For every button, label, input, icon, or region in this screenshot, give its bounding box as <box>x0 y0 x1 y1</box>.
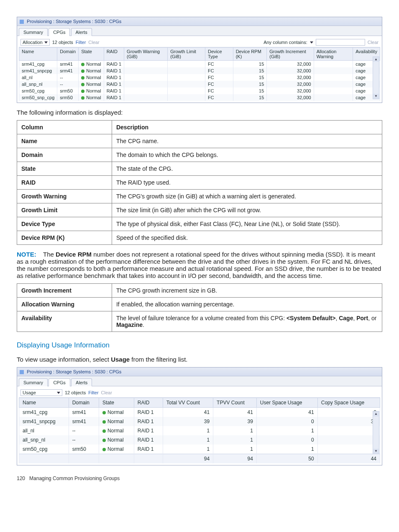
table-row[interactable]: all_snp_nl--NormalRAID 11101 <box>19 435 380 445</box>
def-name: Growth Warning <box>17 190 112 203</box>
col-name[interactable]: Name <box>19 48 57 61</box>
chevron-down-icon <box>44 41 48 44</box>
search-input[interactable] <box>316 39 365 46</box>
tab-alerts[interactable]: Alerts <box>71 28 92 36</box>
definition-row: Device TypeThe type of physical disk, ei… <box>17 217 382 231</box>
def-desc: The RAID type used. <box>112 176 382 190</box>
cell-total-vv: 1 <box>163 445 213 454</box>
tab-strip: Summary CPGs Alerts <box>17 26 382 36</box>
col-domain[interactable]: Domain <box>57 48 79 61</box>
cell-raid: RAID 1 <box>134 408 163 417</box>
cell-raid: RAID 1 <box>134 426 163 435</box>
col-copy-space[interactable]: Copy Space Usage <box>317 398 380 408</box>
table-row[interactable]: srm41_cpgsrm41NormalRAID 14141410 <box>19 408 380 417</box>
cell-name: srm50_cpg <box>19 445 69 454</box>
col-name[interactable]: Name <box>19 398 69 408</box>
cell-growth-warning <box>124 94 168 101</box>
view-dropdown[interactable]: Allocation <box>20 39 50 46</box>
col-allocation-warning[interactable]: Allocation Warning <box>314 48 353 61</box>
cell-domain: srm50 <box>69 445 99 454</box>
scroll-up-icon[interactable]: ▲ <box>373 57 379 62</box>
table-row[interactable]: srm41_snpcpgsrm41NormalRAID 1FC1532,000c… <box>19 67 380 74</box>
cell-domain: -- <box>69 426 99 435</box>
toolbar: Usage 12 objects Filter Clear <box>19 388 380 398</box>
total-csu: 44 <box>317 454 380 464</box>
cell-rpm: 15 <box>233 61 267 68</box>
cell-rpm: 15 <box>233 94 267 101</box>
status-dot-icon <box>81 76 84 80</box>
totals-row: 94 94 50 44 <box>19 454 380 464</box>
col-state[interactable]: State <box>99 398 134 408</box>
col-raid[interactable]: RAID <box>104 48 124 61</box>
cell-allocation-warning <box>314 74 353 81</box>
cell-raid: RAID 1 <box>104 94 124 101</box>
cell-rpm: 15 <box>233 87 267 94</box>
page-footer: 120 Managing Common Provisioning Groups <box>17 475 382 481</box>
clear-search-link[interactable]: Clear <box>368 40 379 45</box>
cell-allocation-warning <box>314 94 353 101</box>
definition-row: AvailabilityThe level of failure toleran… <box>17 311 382 332</box>
cell-raid: RAID 1 <box>134 435 163 445</box>
table-row[interactable]: all_snp_nl--NormalRAID 1FC1532,000cage <box>19 81 380 87</box>
status-dot-icon <box>81 96 84 100</box>
col-device-rpm[interactable]: Device RPM (K) <box>233 48 267 61</box>
table-row[interactable]: all_nl--NormalRAID 1FC1532,000cage <box>19 74 380 81</box>
col-growth-limit[interactable]: Growth Limit (GiB) <box>168 48 205 61</box>
column-description-table-2: Growth IncrementThe CPG growth increment… <box>17 283 382 332</box>
clear-link[interactable]: Clear <box>101 390 112 395</box>
section-lead: To view usage information, select Usage … <box>17 356 382 363</box>
col-state[interactable]: State <box>79 48 104 61</box>
cell-growth-warning <box>124 61 168 68</box>
col-total-vv[interactable]: Total VV Count <box>163 398 213 408</box>
def-name: Name <box>17 134 112 148</box>
col-growth-increment[interactable]: Growth Increment (GiB) <box>267 48 314 61</box>
col-raid[interactable]: RAID <box>134 398 163 408</box>
col-domain[interactable]: Domain <box>69 398 99 408</box>
vertical-scrollbar[interactable]: ▲ ▼ <box>373 57 379 99</box>
cpgs-grid: Name Domain State RAID Growth Warning (G… <box>19 47 380 101</box>
cell-device-type: FC <box>205 81 233 87</box>
tab-alerts[interactable]: Alerts <box>71 378 92 386</box>
filter-link[interactable]: Filter <box>76 40 86 45</box>
view-dropdown[interactable]: Usage <box>20 389 62 396</box>
cell-raid: RAID 1 <box>104 87 124 94</box>
cell-state: Normal <box>99 426 134 435</box>
col-growth-warning[interactable]: Growth Warning (GiB) <box>124 48 168 61</box>
cell-name: srm41_snpcpg <box>19 417 69 426</box>
view-dropdown-label: Usage <box>23 390 36 395</box>
def-name: Growth Limit <box>17 203 112 217</box>
contains-label: Any column contains: <box>263 40 307 45</box>
cell-name: all_nl <box>19 426 69 435</box>
cell-allocation-warning <box>314 67 353 74</box>
cpgs-usage-screenshot: Provisioning : Storage Systems : S030 : … <box>17 367 382 465</box>
col-user-space[interactable]: User Space Usage <box>256 398 317 408</box>
tab-cpgs[interactable]: CPGs <box>49 28 70 36</box>
cell-growth-increment: 32,000 <box>267 81 314 87</box>
cell-domain: -- <box>69 435 99 445</box>
cell-tpvv: 1 <box>213 426 257 435</box>
definition-row: DomainThe domain to which the CPG belong… <box>17 148 382 162</box>
table-row[interactable]: srm50_cpgsrm50NormalRAID 1FC1532,000cage <box>19 87 380 94</box>
clear-link[interactable]: Clear <box>88 40 99 45</box>
cell-device-type: FC <box>205 67 233 74</box>
tab-summary[interactable]: Summary <box>19 378 48 386</box>
scroll-up-icon[interactable]: ▲ <box>373 411 379 416</box>
scroll-down-icon[interactable]: ▼ <box>373 449 379 454</box>
cell-copy-space: 39 <box>317 417 380 426</box>
cell-allocation-warning <box>314 61 353 68</box>
tab-summary[interactable]: Summary <box>19 28 48 36</box>
vertical-scrollbar[interactable]: ▲ ▼ <box>373 411 379 454</box>
cell-device-type: FC <box>205 61 233 68</box>
table-row[interactable]: srm41_cpgsrm41NormalRAID 1FC1532,000cage <box>19 61 380 68</box>
col-device-type[interactable]: Device Type <box>205 48 233 61</box>
tab-cpgs[interactable]: CPGs <box>49 378 70 386</box>
table-row[interactable]: srm41_snpcpgsrm41NormalRAID 13939039 <box>19 417 380 426</box>
scroll-down-icon[interactable]: ▼ <box>373 94 379 99</box>
col-tpvv[interactable]: TPVV Count <box>213 398 257 408</box>
table-row[interactable]: all_nl--NormalRAID 11110 <box>19 426 380 435</box>
table-row[interactable]: srm50_cpgsrm50NormalRAID 11110 <box>19 445 380 454</box>
table-row[interactable]: srm50_snp_cpgsrm50NormalRAID 1FC1532,000… <box>19 94 380 101</box>
filter-link[interactable]: Filter <box>88 390 98 395</box>
chevron-down-icon[interactable] <box>310 41 313 44</box>
cell-domain: srm41 <box>69 408 99 417</box>
